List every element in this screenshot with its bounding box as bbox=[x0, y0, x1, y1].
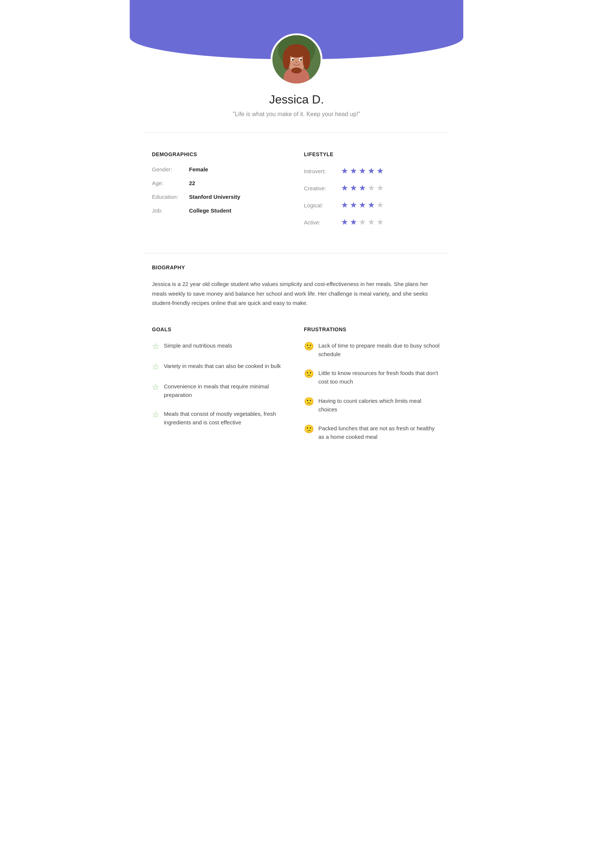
svg-point-13 bbox=[296, 62, 297, 63]
star-icon: ★ bbox=[377, 166, 384, 176]
header-banner bbox=[130, 0, 463, 59]
star-empty-icon: ★ bbox=[377, 183, 384, 193]
demo-education-value: Stanford University bbox=[189, 193, 240, 200]
svg-point-6 bbox=[283, 49, 290, 70]
demo-gender-value: Female bbox=[189, 166, 208, 173]
goal-text-4: Meals that consist of mostly vegetables,… bbox=[164, 409, 289, 427]
profile-quote: "Life is what you make of it. Keep your … bbox=[130, 111, 463, 118]
frustrations-title: FRUSTRATIONS bbox=[304, 326, 441, 332]
lifestyle-active-label: Active: bbox=[304, 219, 341, 226]
star-icon: ★ bbox=[341, 183, 349, 193]
svg-point-7 bbox=[303, 49, 310, 70]
active-stars: ★ ★ ★ ★ ★ bbox=[341, 217, 384, 227]
frustration-sad-icon: 🙁 bbox=[304, 397, 314, 407]
divider-1 bbox=[144, 133, 449, 133]
goal-star-icon: ☆ bbox=[152, 410, 159, 419]
goal-text-2: Variety in meals that can also be cooked… bbox=[164, 362, 281, 370]
svg-point-8 bbox=[291, 68, 302, 74]
frustration-item-4: 🙁 Packed lunches that are not as fresh o… bbox=[304, 424, 441, 441]
lifestyle-introvert-label: Introvert: bbox=[304, 168, 341, 174]
star-icon: ★ bbox=[341, 166, 349, 176]
star-empty-icon: ★ bbox=[377, 217, 384, 227]
goal-item-4: ☆ Meals that consist of mostly vegetable… bbox=[152, 409, 289, 427]
lifestyle-logical-row: Logical: ★ ★ ★ ★ ★ bbox=[304, 200, 441, 210]
star-empty-icon: ★ bbox=[368, 183, 375, 193]
star-icon: ★ bbox=[350, 200, 357, 210]
demo-job-label: Job: bbox=[152, 207, 189, 214]
demographics-title: DEMOGRAPHICS bbox=[152, 151, 289, 157]
biography-section: BIOGRAPHY Jessica is a 22 year old colle… bbox=[130, 257, 463, 319]
profile-name: Jessica D. bbox=[130, 93, 463, 106]
demo-gender-row: Gender: Female bbox=[152, 166, 289, 173]
demographics-col: DEMOGRAPHICS Gender: Female Age: 22 Educ… bbox=[152, 151, 289, 235]
demo-age-value: 22 bbox=[189, 180, 195, 186]
avatar bbox=[271, 33, 322, 85]
frustration-item-2: 🙁 Little to know resources for fresh foo… bbox=[304, 369, 441, 386]
introvert-stars: ★ ★ ★ ★ ★ bbox=[341, 166, 384, 176]
goal-text-1: Simple and nutritious meals bbox=[164, 341, 232, 350]
frustration-item-3: 🙁 Having to count calories which limits … bbox=[304, 397, 441, 414]
biography-title: BIOGRAPHY bbox=[152, 264, 441, 270]
frustration-sad-icon: 🙁 bbox=[304, 342, 314, 351]
star-icon: ★ bbox=[359, 166, 366, 176]
svg-point-12 bbox=[300, 59, 302, 61]
goal-item-2: ☆ Variety in meals that can also be cook… bbox=[152, 362, 289, 372]
frustrations-col: FRUSTRATIONS 🙁 Lack of time to prepare m… bbox=[304, 326, 441, 452]
goal-star-icon: ☆ bbox=[152, 342, 159, 351]
star-empty-icon: ★ bbox=[377, 200, 384, 210]
demo-age-row: Age: 22 bbox=[152, 180, 289, 186]
star-icon: ★ bbox=[368, 166, 375, 176]
demo-gender-label: Gender: bbox=[152, 166, 189, 173]
goals-title: GOALS bbox=[152, 326, 289, 332]
star-empty-icon: ★ bbox=[359, 217, 366, 227]
lifestyle-creative-label: Creative: bbox=[304, 185, 341, 191]
star-icon: ★ bbox=[350, 183, 357, 193]
star-icon: ★ bbox=[341, 217, 349, 227]
demo-job-value: College Student bbox=[189, 207, 231, 214]
frustration-sad-icon: 🙁 bbox=[304, 424, 314, 434]
star-icon: ★ bbox=[359, 200, 366, 210]
demo-education-row: Education: Stanford University bbox=[152, 193, 289, 200]
goal-text-3: Convenience in meals that require minima… bbox=[164, 382, 289, 400]
star-icon: ★ bbox=[368, 200, 375, 210]
goal-star-icon: ☆ bbox=[152, 382, 159, 392]
frustration-sad-icon: 🙁 bbox=[304, 369, 314, 379]
goal-star-icon: ☆ bbox=[152, 362, 159, 372]
star-empty-icon: ★ bbox=[368, 217, 375, 227]
svg-point-11 bbox=[292, 59, 294, 61]
biography-text: Jessica is a 22 year old college student… bbox=[152, 279, 441, 308]
goal-item-1: ☆ Simple and nutritious meals bbox=[152, 341, 289, 351]
frustration-text-1: Lack of time to prepare meals due to bus… bbox=[318, 341, 441, 359]
frustration-text-4: Packed lunches that are not as fresh or … bbox=[318, 424, 441, 441]
goal-item-3: ☆ Convenience in meals that require mini… bbox=[152, 382, 289, 400]
lifestyle-active-row: Active: ★ ★ ★ ★ ★ bbox=[304, 217, 441, 227]
frustration-text-2: Little to know resources for fresh foods… bbox=[318, 369, 441, 386]
lifestyle-introvert-row: Introvert: ★ ★ ★ ★ ★ bbox=[304, 166, 441, 176]
divider-2 bbox=[144, 253, 449, 253]
demo-education-label: Education: bbox=[152, 193, 189, 200]
creative-stars: ★ ★ ★ ★ ★ bbox=[341, 183, 384, 193]
lifestyle-col: LIFESTYLE Introvert: ★ ★ ★ ★ ★ Creative:… bbox=[304, 151, 441, 235]
goals-frustrations-section: GOALS ☆ Simple and nutritious meals ☆ Va… bbox=[130, 319, 463, 466]
star-icon: ★ bbox=[359, 183, 366, 193]
demographics-lifestyle-section: DEMOGRAPHICS Gender: Female Age: 22 Educ… bbox=[130, 136, 463, 249]
frustration-item-1: 🙁 Lack of time to prepare meals due to b… bbox=[304, 341, 441, 359]
frustration-text-3: Having to count calories which limits me… bbox=[318, 397, 441, 414]
demo-job-row: Job: College Student bbox=[152, 207, 289, 214]
lifestyle-creative-row: Creative: ★ ★ ★ ★ ★ bbox=[304, 183, 441, 193]
star-icon: ★ bbox=[350, 166, 357, 176]
star-icon: ★ bbox=[350, 217, 357, 227]
demo-age-label: Age: bbox=[152, 180, 189, 186]
star-icon: ★ bbox=[341, 200, 349, 210]
lifestyle-logical-label: Logical: bbox=[304, 202, 341, 208]
logical-stars: ★ ★ ★ ★ ★ bbox=[341, 200, 384, 210]
lifestyle-title: LIFESTYLE bbox=[304, 151, 441, 157]
goals-col: GOALS ☆ Simple and nutritious meals ☆ Va… bbox=[152, 326, 289, 452]
